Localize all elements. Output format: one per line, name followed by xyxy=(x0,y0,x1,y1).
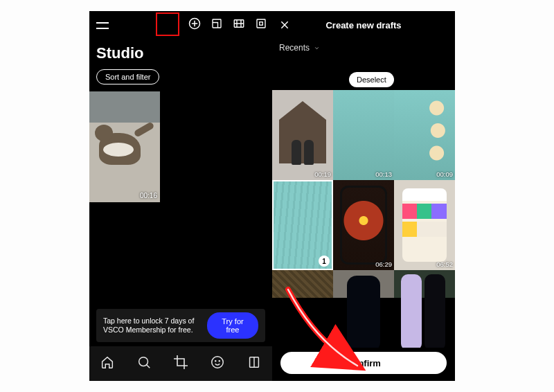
screen-title: Create new drafts xyxy=(272,20,455,30)
sort-filter-button[interactable]: Sort and filter xyxy=(96,69,159,84)
promo-text: Tap here to unlock 7 days of VSCO Member… xyxy=(103,317,207,335)
media-thumbnail[interactable] xyxy=(333,270,394,298)
layers-icon[interactable] xyxy=(210,17,224,30)
media-thumbnail[interactable]: 00:19 xyxy=(272,90,333,180)
drafts-topbar: Create new drafts xyxy=(272,11,455,39)
add-icon[interactable] xyxy=(188,17,202,30)
draft-thumbnail[interactable]: 00:16 xyxy=(89,91,160,202)
media-thumbnail[interactable]: 06:29 xyxy=(333,180,394,270)
montage-icon[interactable] xyxy=(254,17,268,30)
selection-badge: 1 xyxy=(319,256,330,267)
bottom-tab-bar xyxy=(89,346,272,381)
membership-promo: Tap here to unlock 7 days of VSCO Member… xyxy=(96,309,265,342)
confirm-button[interactable]: Confirm xyxy=(280,352,447,374)
media-thumbnail[interactable]: 00:09 xyxy=(394,90,455,180)
try-free-button[interactable]: Try for free xyxy=(207,312,258,339)
studio-topbar xyxy=(89,11,272,42)
deselect-button[interactable]: Deselect xyxy=(349,72,394,87)
page-title: Studio xyxy=(89,42,272,66)
search-icon[interactable] xyxy=(136,355,152,373)
studio-screen: Studio Sort and filter 00:16 Tap here to… xyxy=(89,11,272,381)
profile-icon[interactable] xyxy=(247,355,262,373)
media-thumbnail[interactable]: 06:52 xyxy=(394,180,455,270)
media-thumbnail[interactable] xyxy=(272,270,333,298)
svg-point-5 xyxy=(138,357,148,366)
crop-icon[interactable] xyxy=(172,354,189,373)
media-thumbnail[interactable]: 00:13 xyxy=(333,90,394,180)
svg-rect-4 xyxy=(260,22,263,26)
svg-rect-3 xyxy=(257,19,265,28)
media-grid: 00:19 00:13 00:09 1 06:29 06:52 xyxy=(272,90,455,348)
svg-point-6 xyxy=(212,357,224,368)
create-drafts-screen: Create new drafts Recents Deselect 00:19… xyxy=(272,11,455,381)
svg-rect-1 xyxy=(213,19,221,28)
duration-label: 00:16 xyxy=(140,192,157,199)
emoji-icon[interactable] xyxy=(210,355,225,373)
highlight-annotation xyxy=(156,12,179,36)
media-thumbnail-selected[interactable]: 1 xyxy=(272,180,333,270)
close-icon[interactable] xyxy=(279,19,290,30)
chevron-down-icon xyxy=(314,45,320,51)
film-icon[interactable] xyxy=(232,17,246,30)
svg-point-8 xyxy=(220,361,220,362)
album-picker[interactable]: Recents xyxy=(272,39,455,60)
menu-icon[interactable] xyxy=(96,21,109,29)
media-thumbnail[interactable] xyxy=(394,270,455,298)
svg-point-7 xyxy=(215,361,216,362)
home-icon[interactable] xyxy=(100,355,115,373)
album-label: Recents xyxy=(279,43,310,53)
